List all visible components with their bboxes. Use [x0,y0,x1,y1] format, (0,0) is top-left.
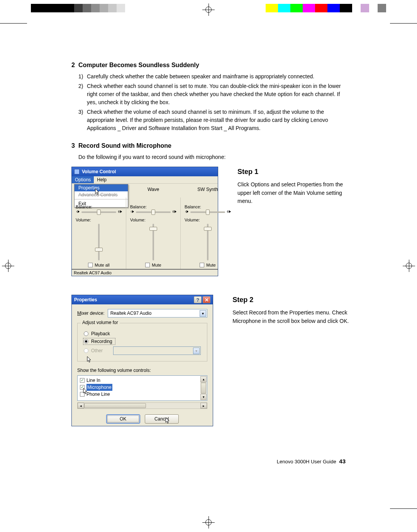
radio-other: Other ▾ [84,346,201,355]
balance-slider[interactable] [81,211,116,213]
registration-mark-right [404,261,414,271]
volume-slider[interactable] [94,224,103,260]
step-heading: Step 2 [232,295,349,306]
list-num: 3) [78,108,87,132]
list-num: 2) [78,82,87,106]
balance-slider[interactable] [136,211,171,213]
page-footer: Lenovo 3000H User Guide 43 [277,458,346,464]
mute-checkbox[interactable]: Mute [145,263,161,267]
balance-label: Balance: [185,204,201,209]
scroll-right-icon[interactable]: ▸ [200,403,207,409]
menu-item-properties[interactable]: Properties [75,184,128,191]
list-text: Check whether each sound channel is set … [87,82,349,106]
vertical-scrollbar[interactable]: ▴ ▾ [200,376,207,400]
scroll-thumb[interactable] [84,403,146,408]
scroll-down-icon[interactable]: ▾ [200,394,207,400]
volume-slider[interactable] [203,224,212,260]
cursor-icon [165,417,171,424]
cursor-icon [87,356,92,363]
section-title: Record Sound with Microphone [78,142,171,149]
ordered-list: 1)Carefully check whether the cable betw… [78,73,349,132]
reg-swatch [290,4,303,12]
reg-swatch [266,4,278,12]
list-item: ✓Microphone [80,384,199,391]
radio-recording[interactable]: Recording [84,339,115,344]
help-button[interactable]: ? [194,296,202,303]
volume-label: Volume: [130,218,146,222]
menu-options[interactable]: Options [72,176,94,183]
balance-label: Balance: [76,204,92,209]
radio-icon [84,331,88,336]
adjust-volume-group: Adjust volume for Playback Recording [77,323,207,361]
speaker-left-icon: 🕩 [130,209,134,214]
close-button[interactable]: ✕ [203,296,210,303]
volume-label: Volume: [76,218,91,222]
reg-swatch [369,4,378,12]
horizontal-scrollbar[interactable]: ◂ ▸ [77,402,207,409]
reg-swatch [278,4,290,12]
list-item: Phone Line [80,391,199,398]
scroll-thumb[interactable] [201,383,206,394]
channel-sw-synth: SW Synth Balance: 🕩 🕪 Volume: Mute [181,198,235,269]
reg-swatch [117,4,125,12]
channel-name: SW Synth [197,187,218,192]
page-number: 43 [339,458,346,464]
window-title: Volume Control [82,169,116,174]
radio-playback[interactable]: Playback [84,331,201,336]
mute-checkbox[interactable]: Mute [200,263,215,267]
reg-swatch [53,4,74,12]
reg-swatch [91,4,100,12]
checkbox-icon[interactable]: ✓ [80,378,85,383]
reg-swatch [31,4,53,12]
section-title: Computer Becomes Soundless Suddenly [78,62,199,69]
section-number: 2 [71,62,78,69]
reg-swatch [125,4,134,12]
chevron-down-icon: ▾ [193,348,200,354]
volume-slider[interactable] [149,224,158,260]
mixer-label: Mixer device: [77,311,105,316]
registration-mark-left [3,261,13,271]
statusbar: Realtek AC97 Audio [72,269,218,276]
section-number: 3 [71,142,78,149]
scroll-up-icon[interactable]: ▴ [200,376,207,382]
menubar[interactable]: Options Help [72,176,218,183]
group-legend: Adjust volume for [81,320,120,325]
speaker-right-icon: 🕪 [118,209,122,214]
menu-help[interactable]: Help [94,176,110,183]
reg-swatch [83,4,91,12]
list-text: Check whether the volume of each sound c… [87,108,349,132]
list-num: 1) [78,73,87,81]
mute-all-checkbox[interactable]: Mute all [88,263,110,267]
channel-wave: Wave Balance: 🕩 🕪 Volume: Mute [126,198,181,269]
chevron-down-icon[interactable]: ▾ [200,310,206,317]
step-body: Click Options and select Properties from… [237,181,349,206]
channel-master: Balance: 🕩 🕪 Volume: Mute all [72,198,126,269]
properties-dialog: Properties ? ✕ Mixer device: Realtek AC9… [71,295,213,426]
reg-swatch [303,4,315,12]
radio-icon [84,348,88,353]
radio-icon [84,339,88,344]
reg-swatch [253,4,266,12]
balance-slider[interactable] [190,211,225,213]
cancel-button[interactable]: Cancel [145,414,179,424]
mixer-device-combobox[interactable]: Realtek AC97 Audio ▾ [108,309,208,318]
step-body: Select Record from the Properties menu. … [232,309,349,325]
ok-button[interactable]: OK [106,414,140,424]
titlebar[interactable]: Volume Control [72,167,218,176]
titlebar[interactable]: Properties ? ✕ [72,295,213,304]
intro-text: Do the following if you want to record s… [78,153,349,161]
volume-controls-listbox[interactable]: ✓Line In ✓Microphone Phone Line ▴ ▾ [77,375,207,401]
window-title: Properties [74,297,97,302]
crop-mark [390,508,417,509]
reg-swatch [340,4,352,12]
registration-mark-bottom [203,517,214,527]
volume-label: Volume: [185,218,200,222]
speaker-right-icon: 🕪 [172,209,176,214]
speaker-left-icon: 🕩 [185,209,189,214]
crop-mark [390,23,417,24]
speaker-right-icon: 🕪 [227,209,231,214]
reg-swatch [100,4,108,12]
scroll-left-icon[interactable]: ◂ [78,403,84,409]
mixer-value: Realtek AC97 Audio [110,311,152,316]
reg-swatch [352,4,361,12]
